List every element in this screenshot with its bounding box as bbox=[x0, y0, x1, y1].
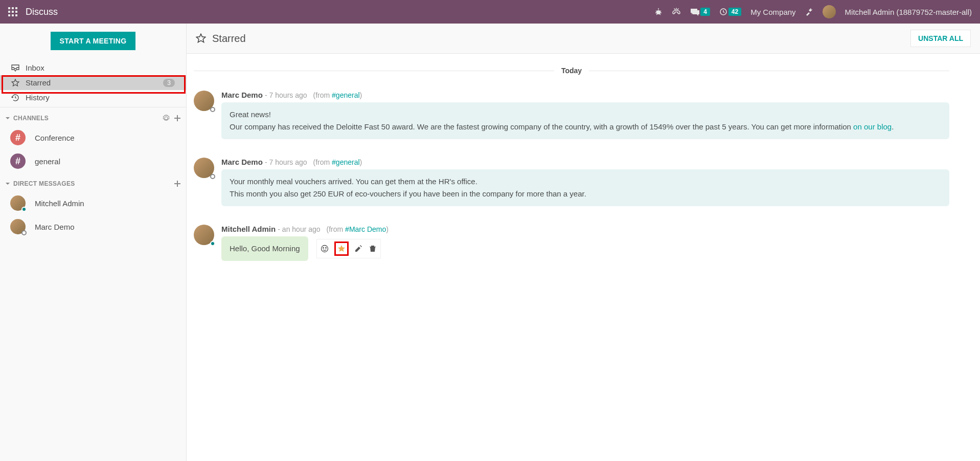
avatar bbox=[10, 219, 26, 234]
channels-label: CHANNELS bbox=[13, 115, 49, 122]
user-name[interactable]: Mitchell Admin (18879752-master-all) bbox=[845, 8, 972, 16]
main-header: Starred UNSTAR ALL bbox=[187, 24, 980, 54]
message-body: Great news! Our company has received the… bbox=[221, 102, 949, 139]
blog-link[interactable]: on our blog bbox=[853, 122, 892, 131]
trash-icon[interactable] bbox=[368, 244, 377, 253]
tools-icon[interactable] bbox=[805, 8, 813, 16]
message: Mitchell Admin - an hour ago (from #Marc… bbox=[194, 225, 949, 261]
dm-mitchell[interactable]: Mitchell Admin bbox=[0, 191, 186, 215]
dm-marc[interactable]: Marc Demo bbox=[0, 215, 186, 238]
channel-label: Conference bbox=[35, 134, 75, 142]
app-title[interactable]: Discuss bbox=[26, 7, 58, 17]
messages-icon[interactable]: 4 bbox=[690, 8, 710, 16]
presence-online bbox=[21, 207, 27, 212]
inbox-icon bbox=[11, 64, 19, 72]
message-time: an hour ago bbox=[282, 225, 321, 233]
nav-inbox[interactable]: Inbox bbox=[0, 60, 186, 75]
message-from-link[interactable]: #general bbox=[332, 158, 360, 166]
nav-history-label: History bbox=[26, 93, 50, 102]
chevron-down-icon bbox=[5, 116, 10, 121]
message-actions bbox=[316, 239, 381, 258]
message-body: Your monthly meal vouchers arrived. You … bbox=[221, 169, 949, 206]
svg-point-3 bbox=[323, 248, 324, 249]
edit-icon[interactable] bbox=[354, 244, 363, 253]
messages-list: Today Marc Demo - 7 hours ago (from #gen… bbox=[187, 54, 980, 461]
nav-history[interactable]: History bbox=[0, 90, 186, 105]
phone-icon[interactable] bbox=[672, 8, 681, 16]
message-from-link[interactable]: #general bbox=[332, 91, 360, 99]
highlight-star bbox=[334, 242, 349, 256]
clock-icon[interactable]: 42 bbox=[719, 8, 741, 16]
avatar bbox=[10, 195, 26, 211]
nav-starred-count: 3 bbox=[163, 79, 175, 87]
chevron-down-icon bbox=[5, 181, 10, 186]
avatar[interactable] bbox=[194, 91, 214, 111]
presence-offline bbox=[210, 174, 215, 179]
svg-point-2 bbox=[321, 246, 328, 252]
messages-badge: 4 bbox=[700, 8, 710, 16]
plus-icon[interactable] bbox=[174, 115, 181, 122]
apps-icon[interactable] bbox=[8, 7, 17, 16]
date-separator: Today bbox=[194, 66, 949, 75]
message-author[interactable]: Mitchell Admin bbox=[221, 225, 276, 233]
emoji-icon[interactable] bbox=[320, 244, 329, 253]
main: Starred UNSTAR ALL Today Marc Demo - 7 h… bbox=[187, 24, 980, 461]
presence-offline bbox=[210, 107, 215, 112]
page-title: Starred bbox=[212, 33, 246, 45]
unstar-all-button[interactable]: UNSTAR ALL bbox=[910, 30, 971, 47]
channel-general[interactable]: # general bbox=[0, 149, 186, 173]
svg-point-0 bbox=[656, 10, 660, 14]
message-time: 7 hours ago bbox=[269, 91, 307, 99]
message-author[interactable]: Marc Demo bbox=[221, 91, 263, 99]
star-icon[interactable] bbox=[337, 244, 346, 253]
star-outline-icon bbox=[196, 33, 206, 43]
message-author[interactable]: Marc Demo bbox=[221, 158, 263, 166]
dm-header[interactable]: DIRECT MESSAGES bbox=[0, 173, 186, 191]
plus-icon[interactable] bbox=[174, 180, 181, 187]
message-from-link[interactable]: #Marc Demo bbox=[345, 225, 386, 233]
svg-point-4 bbox=[325, 248, 326, 249]
channel-conference[interactable]: # Conference bbox=[0, 126, 186, 149]
user-avatar[interactable] bbox=[823, 5, 836, 18]
message: Marc Demo - 7 hours ago (from #general) … bbox=[194, 91, 949, 139]
sidebar: START A MEETING Inbox Starred 3 History bbox=[0, 24, 187, 461]
company-name[interactable]: My Company bbox=[750, 8, 795, 16]
dm-name: Marc Demo bbox=[35, 223, 75, 231]
hash-icon: # bbox=[10, 130, 26, 145]
bug-icon[interactable] bbox=[654, 8, 663, 16]
start-meeting-button[interactable]: START A MEETING bbox=[51, 32, 136, 50]
history-icon bbox=[11, 94, 19, 102]
nav-inbox-label: Inbox bbox=[26, 63, 44, 72]
message-body: Hello, Good Morning bbox=[221, 236, 308, 261]
dm-name: Mitchell Admin bbox=[35, 199, 84, 208]
nav-starred[interactable]: Starred 3 bbox=[0, 75, 186, 90]
hash-icon: # bbox=[10, 153, 26, 169]
star-outline-icon bbox=[11, 79, 19, 87]
avatar[interactable] bbox=[194, 225, 214, 245]
dm-label: DIRECT MESSAGES bbox=[13, 180, 75, 187]
topbar: Discuss 4 42 My Company Mitchell Admin (… bbox=[0, 0, 980, 24]
presence-online bbox=[210, 241, 215, 246]
channel-label: general bbox=[35, 157, 60, 166]
presence-offline bbox=[21, 230, 27, 235]
message-time: 7 hours ago bbox=[269, 158, 307, 166]
avatar[interactable] bbox=[194, 158, 214, 178]
channels-header[interactable]: CHANNELS bbox=[0, 107, 186, 126]
nav-starred-label: Starred bbox=[26, 78, 51, 87]
message: Marc Demo - 7 hours ago (from #general) … bbox=[194, 158, 949, 206]
activities-badge: 42 bbox=[728, 8, 741, 16]
gear-icon[interactable] bbox=[163, 115, 170, 122]
